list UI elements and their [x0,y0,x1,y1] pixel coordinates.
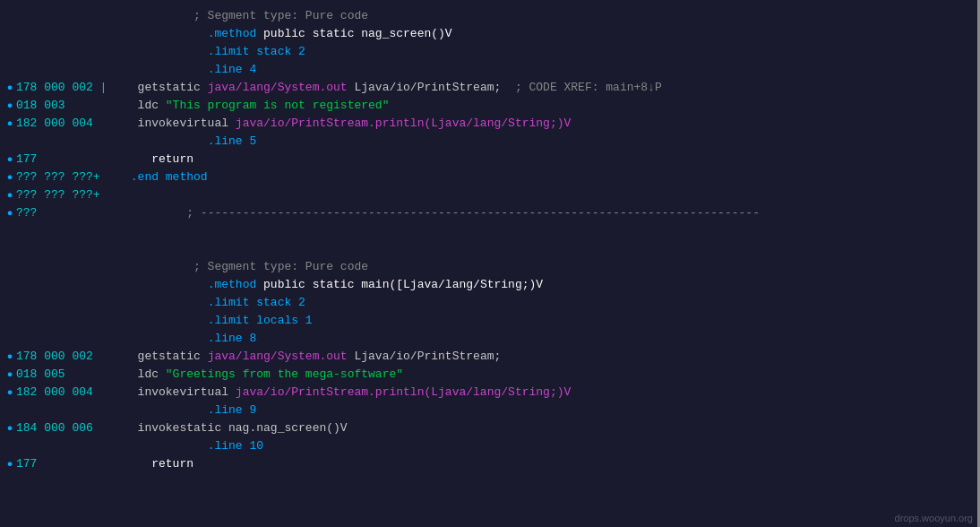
address: 018 003 [16,97,124,115]
code-line: ; Segment type: Pure code [0,258,980,276]
address: 182 000 004 [16,115,124,133]
instruction: getstatic java/lang/System.out Ljava/io/… [124,79,980,97]
code-line [0,240,980,258]
instruction: .limit stack 2 [124,294,980,312]
code-line: ●018 005 ldc "Greetings from the mega-so… [0,366,980,384]
address: 177 [16,455,124,473]
code-line: ; Segment type: Pure code [0,7,980,25]
instruction: .end method [124,168,980,186]
instruction: return [124,151,980,168]
breakpoint-dot[interactable]: ● [4,204,16,222]
breakpoint-dot[interactable]: ● [4,348,16,366]
address: ??? ??? ???+ [16,168,124,186]
breakpoint-dot[interactable]: ● [4,455,16,473]
instruction: ; Segment type: Pure code [124,258,980,276]
instruction: .limit stack 2 [124,43,980,61]
instruction: .limit locals 1 [124,312,980,330]
code-line: ●178 000 002 getstatic java/lang/System.… [0,348,980,366]
code-line: ●182 000 004 invokevirtual java/io/Print… [0,115,980,133]
address: 177 [16,151,124,168]
code-line: .limit locals 1 [0,312,980,330]
code-line: .line 9 [0,402,980,419]
address: 178 000 002 | [16,79,124,97]
address: 184 000 006 [16,419,124,437]
breakpoint-dot[interactable]: ● [4,151,16,168]
address: ??? ??? ???+ [16,186,124,204]
instruction: ldc "This program is not registered" [124,97,980,115]
code-line: .line 4 [0,61,980,79]
code-line: ●182 000 004 invokevirtual java/io/Print… [0,384,980,402]
code-line: ●184 000 006 invokestatic nag.nag_screen… [0,419,980,437]
breakpoint-dot[interactable]: ● [4,186,16,204]
code-line: .limit stack 2 [0,294,980,312]
code-line: ●018 003 ldc "This program is not regist… [0,97,980,115]
breakpoint-dot[interactable]: ● [4,366,16,384]
instruction: .line 10 [124,437,980,455]
breakpoint-dot[interactable]: ● [4,97,16,115]
code-line: .limit stack 2 [0,43,980,61]
instruction: .method public static main([Ljava/lang/S… [124,276,980,294]
code-view: ; Segment type: Pure code .method public… [0,0,980,527]
instruction: .line 9 [124,402,980,419]
code-line: .line 8 [0,330,980,348]
code-line: ●178 000 002 | getstatic java/lang/Syste… [0,79,980,97]
address: 182 000 004 [16,384,124,402]
address: 018 005 [16,366,124,384]
instruction: return [124,455,980,473]
code-line: .line 10 [0,437,980,455]
code-line [0,222,980,240]
instruction: .line 4 [124,61,980,79]
code-line: .line 5 [0,133,980,151]
address: 178 000 002 [16,348,124,366]
instruction: .line 5 [124,133,980,151]
code-line: ●177 return [0,455,980,473]
code-line: ●??? ??? ???+ .end method [0,168,980,186]
code-line: ●??? ; ---------------------------------… [0,204,980,222]
breakpoint-dot[interactable]: ● [4,79,16,97]
code-line: ●??? ??? ???+ [0,186,980,204]
breakpoint-dot[interactable]: ● [4,419,16,437]
address: ??? [16,204,124,222]
breakpoint-dot[interactable]: ● [4,115,16,133]
watermark: drops.wooyun.org [895,513,973,523]
instruction: getstatic java/lang/System.out Ljava/io/… [124,348,980,366]
instruction: invokestatic nag.nag_screen()V [124,419,980,437]
instruction: invokevirtual java/io/PrintStream.printl… [124,384,980,402]
breakpoint-dot[interactable]: ● [4,384,16,402]
breakpoint-dot[interactable]: ● [4,168,16,186]
instruction: ldc "Greetings from the mega-software" [124,366,980,384]
instruction: .method public static nag_screen()V [124,25,980,43]
code-line: .method public static nag_screen()V [0,25,980,43]
instruction: ; --------------------------------------… [124,204,980,222]
instruction: invokevirtual java/io/PrintStream.printl… [124,115,980,133]
instruction: .line 8 [124,330,980,348]
instruction: ; Segment type: Pure code [124,7,980,25]
code-line: ●177 return [0,151,980,168]
code-line: .method public static main([Ljava/lang/S… [0,276,980,294]
